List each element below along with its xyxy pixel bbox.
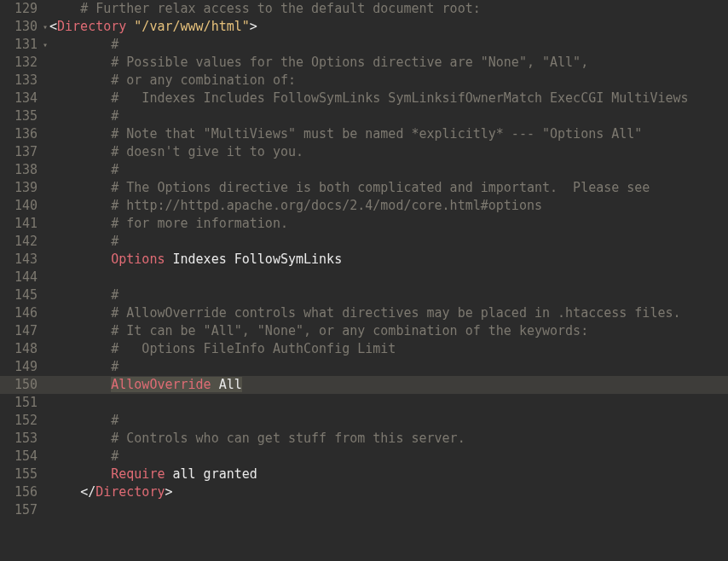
code-content[interactable]: # It can be "All", "None", or any combin… <box>49 322 588 340</box>
code-content[interactable]: # http://httpd.apache.org/docs/2.4/mod/c… <box>49 197 542 215</box>
line-number: 139 <box>0 179 49 197</box>
code-content[interactable]: Require all granted <box>49 466 257 483</box>
indent <box>49 143 111 161</box>
line-row[interactable]: 151 <box>0 394 728 412</box>
code-content[interactable]: # AllowOverride controls what directives… <box>49 304 681 322</box>
line-row[interactable]: 129 # Further relax access to the defaul… <box>0 0 728 18</box>
line-row[interactable]: 140 # http://httpd.apache.org/docs/2.4/m… <box>0 197 728 215</box>
code-content[interactable]: # The Options directive is both complica… <box>49 179 650 197</box>
code-content[interactable]: # Note that "MultiViews" must be named *… <box>49 125 642 143</box>
token-punct: > <box>250 19 257 34</box>
token-comment: # Possible values for the Options direct… <box>111 55 588 70</box>
line-row[interactable]: 134 # Indexes Includes FollowSymLinks Sy… <box>0 90 728 107</box>
line-row[interactable]: 132 # Possible values for the Options di… <box>0 54 728 72</box>
token-comment: # Further relax access to the default do… <box>80 1 481 16</box>
token-punct: < <box>49 19 57 34</box>
code-content[interactable]: AllowOverride All <box>49 376 242 394</box>
line-number: 145 <box>0 286 49 304</box>
token-comment: # <box>111 413 118 428</box>
code-content[interactable]: </Directory> <box>49 483 173 501</box>
line-row[interactable]: 141 # for more information. <box>0 215 728 233</box>
code-content[interactable]: # Controls who can get stuff from this s… <box>49 430 465 448</box>
line-number: 156 <box>0 483 49 501</box>
line-row[interactable]: 156 </Directory> <box>0 483 728 501</box>
line-row[interactable]: 136 # Note that "MultiViews" must be nam… <box>0 125 728 143</box>
code-content[interactable]: Options Indexes FollowSymLinks <box>49 251 342 269</box>
line-row[interactable]: 149 # <box>0 358 728 376</box>
line-number: 143 <box>0 251 49 269</box>
line-row[interactable]: 139 # The Options directive is both comp… <box>0 179 728 197</box>
line-number: 135 <box>0 107 49 125</box>
line-number: 131 <box>0 36 49 54</box>
indent <box>49 215 111 233</box>
code-content[interactable]: # Options FileInfo AuthConfig Limit <box>49 340 396 358</box>
line-number: 142 <box>0 233 49 251</box>
indent <box>49 251 111 269</box>
line-row[interactable]: 131 # <box>0 36 728 54</box>
indent <box>49 322 111 340</box>
line-row[interactable]: 152 # <box>0 412 728 430</box>
code-content[interactable]: # Indexes Includes FollowSymLinks SymLin… <box>49 90 689 107</box>
token-comment: # AllowOverride controls what directives… <box>111 305 680 321</box>
indent <box>49 54 111 72</box>
code-content[interactable]: # <box>49 286 118 304</box>
selection: AllowOverride All <box>111 377 242 392</box>
token-string: "/var/www/html" <box>134 19 249 34</box>
code-content[interactable]: # <box>49 412 118 430</box>
code-content[interactable]: # for more information. <box>49 215 288 233</box>
indent <box>49 90 111 107</box>
code-content[interactable]: # <box>49 36 118 54</box>
token-comment: # doesn't give it to you. <box>111 144 303 159</box>
line-row[interactable]: 147 # It can be "All", "None", or any co… <box>0 322 728 340</box>
code-content[interactable]: # or any combination of: <box>49 72 296 90</box>
code-content[interactable]: # doesn't give it to you. <box>49 143 303 161</box>
line-row[interactable]: 145 # <box>0 286 728 304</box>
token-comment: # <box>111 162 118 177</box>
token-key: AllowOverride <box>111 377 211 392</box>
line-number: 136 <box>0 125 49 143</box>
line-row[interactable]: 150 AllowOverride All <box>0 376 728 394</box>
code-content[interactable]: # <box>49 233 118 251</box>
line-number: 134 <box>0 90 49 107</box>
line-row[interactable]: 138 # <box>0 161 728 179</box>
line-row[interactable]: 142 # <box>0 233 728 251</box>
line-number: 129 <box>0 0 49 18</box>
line-number: 140 <box>0 197 49 215</box>
line-row[interactable]: 133 # or any combination of: <box>0 72 728 90</box>
indent <box>49 376 111 394</box>
line-row[interactable]: 135 # <box>0 107 728 125</box>
line-row[interactable]: 148 # Options FileInfo AuthConfig Limit <box>0 340 728 358</box>
token-comment: # <box>111 287 118 303</box>
code-editor[interactable]: 129 # Further relax access to the defaul… <box>0 0 728 561</box>
line-number: 146 <box>0 304 49 322</box>
line-number: 154 <box>0 448 49 466</box>
code-content[interactable]: # <box>49 448 118 466</box>
line-row[interactable]: 153 # Controls who can get stuff from th… <box>0 430 728 448</box>
line-row[interactable]: 154 # <box>0 448 728 466</box>
line-row[interactable]: 144 <box>0 269 728 286</box>
line-row[interactable]: 155 Require all granted <box>0 466 728 483</box>
line-number: 148 <box>0 340 49 358</box>
line-number: 152 <box>0 412 49 430</box>
line-row[interactable]: 143 Options Indexes FollowSymLinks <box>0 251 728 269</box>
line-number: 147 <box>0 322 49 340</box>
indent <box>49 197 111 215</box>
token-tag: Directory <box>95 484 165 500</box>
line-row[interactable]: 137 # doesn't give it to you. <box>0 143 728 161</box>
line-number: 133 <box>0 72 49 90</box>
code-content[interactable]: <Directory "/var/www/html"> <box>49 18 257 36</box>
token-comment: # Indexes Includes FollowSymLinks SymLin… <box>111 90 688 106</box>
line-number: 151 <box>0 394 49 412</box>
code-content[interactable]: # <box>49 358 118 376</box>
line-row[interactable]: 157 <box>0 501 728 519</box>
code-content[interactable]: # <box>49 161 118 179</box>
code-content[interactable]: # Further relax access to the default do… <box>49 0 481 18</box>
line-row[interactable]: 146 # AllowOverride controls what direct… <box>0 304 728 322</box>
indent <box>49 233 111 251</box>
token-tag: Directory <box>57 19 126 34</box>
indent <box>49 448 111 466</box>
code-content[interactable]: # <box>49 107 118 125</box>
line-row[interactable]: 130<Directory "/var/www/html"> <box>0 18 728 36</box>
code-lines[interactable]: 129 # Further relax access to the defaul… <box>0 0 728 561</box>
code-content[interactable]: # Possible values for the Options direct… <box>49 54 588 72</box>
